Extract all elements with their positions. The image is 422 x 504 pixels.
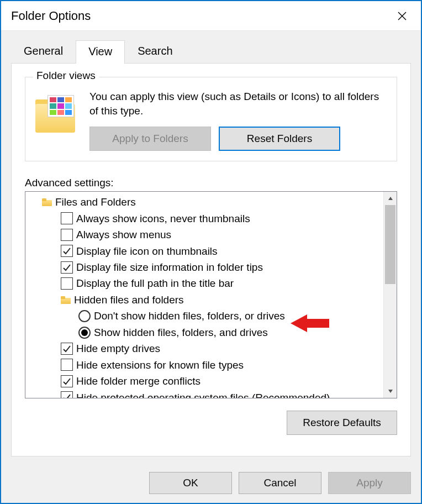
checkbox-icon[interactable] bbox=[61, 391, 73, 398]
checkbox-icon[interactable] bbox=[61, 229, 73, 241]
scroll-down-button[interactable] bbox=[384, 385, 397, 398]
dialog-body: General View Search Folder views You can… bbox=[1, 31, 421, 465]
folder-views-legend: Folder views bbox=[33, 70, 99, 82]
apply-button: Apply bbox=[328, 472, 411, 494]
window-title: Folder Options bbox=[11, 9, 391, 23]
checkbox-icon[interactable] bbox=[61, 359, 73, 371]
radio-icon[interactable] bbox=[78, 327, 91, 339]
option-always-show-icons[interactable]: Always show icons, never thumbnails bbox=[29, 211, 383, 227]
tree-group-hidden-files: Hidden files and folders bbox=[29, 292, 383, 308]
option-hide-empty-drives[interactable]: Hide empty drives bbox=[29, 340, 383, 356]
folder-options-dialog: Folder Options General View Search Folde… bbox=[0, 0, 422, 504]
checkbox-icon[interactable] bbox=[61, 277, 73, 290]
svg-marker-2 bbox=[388, 197, 393, 200]
restore-defaults-button[interactable]: Restore Defaults bbox=[287, 411, 397, 435]
option-display-file-icon-on-thumbnails[interactable]: Display file icon on thumbnails bbox=[29, 243, 383, 259]
checkbox-icon[interactable] bbox=[61, 261, 73, 274]
apply-to-folders-button: Apply to Folders bbox=[89, 127, 211, 151]
option-hide-extensions[interactable]: Hide extensions for known file types bbox=[29, 357, 383, 373]
advanced-settings-box: Files and Folders Always show icons, nev… bbox=[25, 191, 397, 398]
advanced-settings-label: Advanced settings: bbox=[25, 177, 397, 189]
titlebar: Folder Options bbox=[1, 1, 421, 31]
checkbox-icon[interactable] bbox=[61, 212, 73, 224]
close-icon bbox=[397, 11, 407, 21]
folder-icon bbox=[61, 296, 71, 304]
option-display-full-path-in-titlebar[interactable]: Display the full path in the title bar bbox=[29, 275, 383, 291]
option-display-file-size-in-tips[interactable]: Display file size information in folder … bbox=[29, 259, 383, 275]
close-button[interactable] bbox=[391, 5, 413, 27]
option-show-hidden[interactable]: Show hidden files, folders, and drives bbox=[29, 324, 383, 340]
ok-button[interactable]: OK bbox=[149, 472, 232, 494]
dialog-button-row: OK Cancel Apply bbox=[1, 465, 421, 503]
scrollbar[interactable] bbox=[383, 192, 397, 398]
folder-thumbnails-icon bbox=[35, 93, 80, 137]
folder-views-description: You can apply this view (such as Details… bbox=[89, 90, 387, 118]
cancel-button[interactable]: Cancel bbox=[239, 472, 321, 494]
folder-icon bbox=[42, 198, 52, 206]
checkbox-icon[interactable] bbox=[61, 245, 73, 257]
option-hide-protected-os-files[interactable]: Hide protected operating system files (R… bbox=[29, 390, 383, 398]
scroll-track[interactable] bbox=[384, 205, 397, 385]
tab-search[interactable]: Search bbox=[125, 40, 185, 63]
tab-general[interactable]: General bbox=[11, 40, 76, 63]
reset-folders-button[interactable]: Reset Folders bbox=[219, 127, 340, 151]
advanced-settings-list[interactable]: Files and Folders Always show icons, nev… bbox=[25, 192, 383, 398]
checkbox-icon[interactable] bbox=[61, 343, 73, 355]
tab-view[interactable]: View bbox=[76, 40, 125, 64]
folder-views-group: Folder views You can apply this view (su… bbox=[25, 77, 397, 161]
scroll-up-button[interactable] bbox=[384, 192, 397, 205]
tab-strip: General View Search bbox=[11, 40, 411, 63]
tabpanel-view: Folder views You can apply this view (su… bbox=[11, 63, 411, 456]
tree-group-files-and-folders: Files and Folders bbox=[29, 194, 383, 210]
svg-marker-3 bbox=[388, 390, 393, 393]
checkbox-icon[interactable] bbox=[61, 375, 73, 387]
scroll-thumb[interactable] bbox=[385, 205, 395, 284]
radio-icon[interactable] bbox=[78, 310, 91, 322]
option-always-show-menus[interactable]: Always show menus bbox=[29, 227, 383, 243]
option-hide-merge-conflicts[interactable]: Hide folder merge conflicts bbox=[29, 373, 383, 389]
option-dont-show-hidden[interactable]: Don't show hidden files, folders, or dri… bbox=[29, 308, 383, 324]
